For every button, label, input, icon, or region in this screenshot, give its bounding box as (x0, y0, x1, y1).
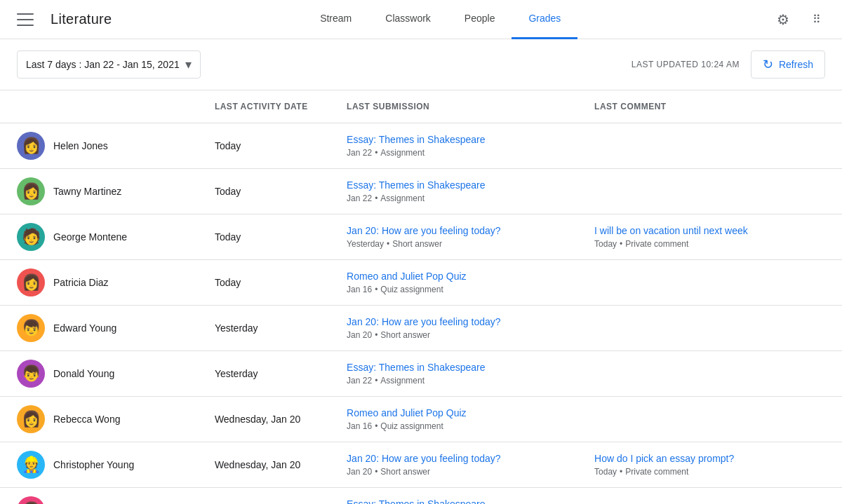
comment-cell (594, 397, 842, 442)
activity-date: Yesterday (215, 322, 258, 334)
comment-cell (594, 260, 842, 306)
date-filter-button[interactable]: Last 7 days : Jan 22 - Jan 15, 2021 ▾ (17, 50, 201, 79)
refresh-icon: ↻ (763, 57, 773, 72)
nav-item-classwork[interactable]: Classwork (368, 0, 448, 39)
comment-cell (594, 169, 842, 214)
student-info: 👩 Helen Jones (17, 132, 203, 160)
submission-link[interactable]: Essay: Themes in Shakespeare (347, 498, 583, 504)
student-cell: 👦 Donald Young (0, 351, 215, 397)
avatar: 👩 (17, 405, 45, 433)
comment-link[interactable]: I will be on vacation until next week (594, 225, 831, 236)
table-row: 👷 Christopher Young Wednesday, Jan 20 Ja… (0, 442, 842, 488)
submission-link[interactable]: Romeo and Juliet Pop Quiz (347, 407, 583, 418)
student-info: 👦 Edward Young (17, 314, 203, 342)
student-info: 🧑 George Montene (17, 223, 203, 251)
submission-link[interactable]: Essay: Themes in Shakespeare (347, 134, 583, 145)
comment-meta: Today•Private comment (594, 239, 688, 249)
table: Last activity date Last submission Last … (0, 90, 842, 504)
avatar: 👩 (17, 496, 45, 504)
comment-meta: Today•Private comment (594, 467, 688, 477)
toolbar-right: LAST UPDATED 10:24 AM ↻ Refresh (632, 50, 825, 79)
comment-cell: How do I pick an essay prompt? Today•Pri… (594, 442, 842, 488)
apps-button[interactable]: ⠿ (803, 6, 831, 34)
student-name: Edward Young (53, 322, 116, 334)
submission-meta: Jan 22•Assignment (347, 148, 425, 158)
nav-item-grades[interactable]: Grades (512, 0, 577, 39)
settings-button[interactable]: ⚙ (769, 6, 797, 34)
submission-link[interactable]: Essay: Themes in Shakespeare (347, 362, 583, 373)
student-cell: 👩 Rebecca Wong (0, 397, 215, 442)
student-cell: 🧑 George Montene (0, 214, 215, 260)
activity-date-cell: Yesterday (215, 306, 347, 351)
submission-cell: Romeo and Juliet Pop Quiz Jan 16•Quiz as… (347, 397, 594, 442)
activity-date-cell: Wednesday, Jan 20 (215, 397, 347, 442)
hamburger-menu-button[interactable] (11, 6, 39, 34)
student-name: George Montene (53, 231, 127, 243)
avatar: 👩 (17, 177, 45, 205)
student-info: 👩 Patricia Diaz (17, 268, 203, 297)
comment-cell: I will be on vacation until next week To… (594, 214, 842, 260)
submission-link[interactable]: Essay: Themes in Shakespeare (347, 179, 583, 191)
submission-link[interactable]: Romeo and Juliet Pop Quiz (347, 271, 583, 282)
activity-date: Today (215, 186, 241, 197)
table-header: Last activity date Last submission Last … (0, 90, 842, 123)
last-updated-label: LAST UPDATED 10:24 AM (632, 60, 740, 69)
activity-date-cell: Today (215, 123, 347, 169)
submission-meta: Jan 20•Short answer (347, 467, 430, 477)
student-name: Christopher Young (53, 459, 134, 470)
student-name: Donald Young (53, 368, 114, 379)
student-cell: 👩 Tawny Martinez (0, 169, 215, 214)
student-info: 👩 Rebecca Wong (17, 405, 203, 433)
settings-icon: ⚙ (777, 11, 789, 28)
submission-cell: Essay: Themes in Shakespeare Jan 22•Assi… (347, 351, 594, 397)
student-cell: 👩 Patricia Diaz (0, 260, 215, 306)
student-name: Tawny Martinez (53, 186, 121, 197)
table-row: 👩 Helen Jones Today Essay: Themes in Sha… (0, 123, 842, 169)
submission-cell: Jan 20: How are you feeling today? Yeste… (347, 214, 594, 260)
date-filter-label: Last 7 days : Jan 22 - Jan 15, 2021 (26, 59, 180, 70)
table-row: 👩 Tawny Martinez Today Essay: Themes in … (0, 169, 842, 214)
avatar: 👦 (17, 314, 45, 342)
comment-cell (594, 488, 842, 505)
activity-date: Today (215, 277, 241, 288)
submission-meta: Jan 16•Quiz assignment (347, 421, 443, 431)
avatar: 👩 (17, 268, 45, 297)
apps-icon: ⠿ (813, 13, 821, 26)
refresh-button[interactable]: ↻ Refresh (751, 50, 825, 79)
student-name: Patricia Diaz (53, 277, 109, 288)
hamburger-icon (17, 11, 34, 28)
header: Literature StreamClassworkPeopleGrades ⚙… (0, 0, 842, 39)
table-row: 👦 Donald Young Yesterday Essay: Themes i… (0, 351, 842, 397)
table-body: 👩 Helen Jones Today Essay: Themes in Sha… (0, 123, 842, 505)
activity-date: Yesterday (215, 368, 258, 379)
student-info: 👩 Debra Holland (17, 496, 203, 504)
submission-meta: Jan 22•Assignment (347, 376, 425, 386)
header-left: Literature (11, 6, 112, 34)
activity-date-cell: Today (215, 169, 347, 214)
student-name: Helen Jones (53, 140, 108, 151)
nav-item-people[interactable]: People (448, 0, 512, 39)
activity-date-cell: Tuesday, Jan 19 (215, 488, 347, 505)
activity-date: Wednesday, Jan 20 (215, 414, 300, 425)
activity-date: Today (215, 231, 241, 243)
submission-meta: Jan 16•Quiz assignment (347, 285, 443, 294)
student-info: 👷 Christopher Young (17, 451, 203, 479)
submission-cell: Jan 20: How are you feeling today? Jan 2… (347, 442, 594, 488)
col-student (0, 90, 215, 123)
col-activity-date: Last activity date (215, 90, 347, 123)
header-right: ⚙ ⠿ (769, 6, 831, 34)
submission-cell: Jan 20: How are you feeling today? Jan 2… (347, 306, 594, 351)
student-cell: 👷 Christopher Young (0, 442, 215, 488)
nav-item-stream[interactable]: Stream (303, 0, 368, 39)
avatar: 👩 (17, 132, 45, 160)
submission-link[interactable]: Jan 20: How are you feeling today? (347, 316, 583, 327)
chevron-down-icon: ▾ (185, 57, 192, 72)
table-row: 🧑 George Montene Today Jan 20: How are y… (0, 214, 842, 260)
comment-link[interactable]: How do I pick an essay prompt? (594, 453, 831, 464)
submission-cell: Essay: Themes in Shakespeare Jan 22•Assi… (347, 169, 594, 214)
activity-date-cell: Wednesday, Jan 20 (215, 442, 347, 488)
submission-cell: Essay: Themes in Shakespeare Jan 22•Assi… (347, 123, 594, 169)
student-info: 👩 Tawny Martinez (17, 177, 203, 205)
submission-link[interactable]: Jan 20: How are you feeling today? (347, 453, 583, 464)
submission-link[interactable]: Jan 20: How are you feeling today? (347, 225, 583, 236)
